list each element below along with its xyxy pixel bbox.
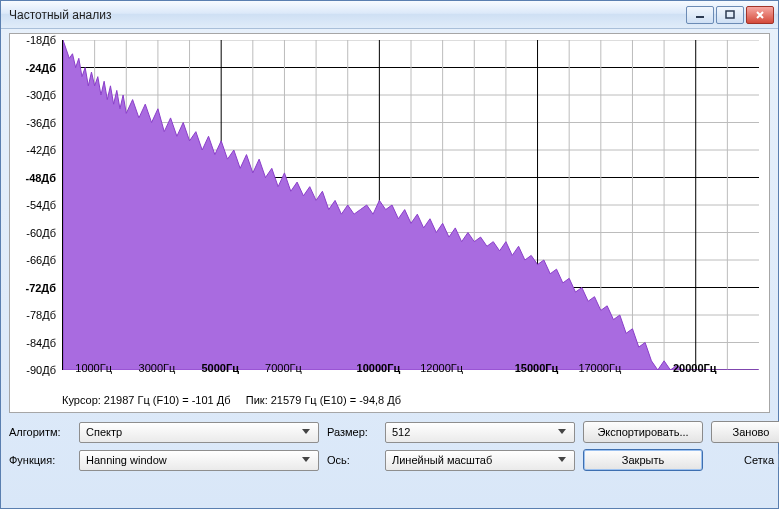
y-tick-label: -84Дб: [26, 337, 56, 349]
maximize-button[interactable]: [716, 6, 744, 24]
y-tick-label: -90Дб: [26, 364, 56, 376]
redo-label: Заново: [733, 426, 770, 438]
axis-label: Ось:: [327, 454, 377, 466]
x-tick-label: 17000Гц: [578, 362, 621, 374]
y-tick-label: -42Дб: [26, 144, 56, 156]
close-button[interactable]: [746, 6, 774, 24]
size-value: 512: [392, 426, 410, 438]
app-window: Частотный анализ -18Дб-24Дб-30Дб-36Дб-42…: [0, 0, 779, 509]
svg-rect-1: [726, 11, 734, 18]
export-button[interactable]: Экспортировать...: [583, 421, 703, 443]
y-tick-label: -36Дб: [26, 117, 56, 129]
content-area: -18Дб-24Дб-30Дб-36Дб-42Дб-48Дб-54Дб-60Дб…: [1, 29, 778, 479]
status-line: Курсор: 21987 Гц (F10) = -101 Дб Пик: 21…: [62, 394, 401, 406]
y-tick-label: -48Дб: [25, 172, 56, 184]
y-tick-label: -54Дб: [26, 199, 56, 211]
y-tick-label: -78Дб: [26, 309, 56, 321]
close-dialog-label: Закрыть: [622, 454, 664, 466]
controls-panel: Алгоритм: Спектр Размер: 512 Экспортиров…: [9, 421, 770, 471]
chevron-down-icon: [298, 424, 314, 440]
grid-label: Сетка: [744, 454, 774, 466]
x-tick-label: 12000Гц: [420, 362, 463, 374]
window-title: Частотный анализ: [9, 8, 686, 22]
chevron-down-icon: [554, 452, 570, 468]
function-value: Hanning window: [86, 454, 167, 466]
plot-area[interactable]: [62, 40, 758, 370]
x-tick-label: 20000Гц: [673, 362, 717, 374]
function-select[interactable]: Hanning window: [79, 450, 319, 471]
plot-frame: -18Дб-24Дб-30Дб-36Дб-42Дб-48Дб-54Дб-60Дб…: [9, 33, 770, 413]
size-select[interactable]: 512: [385, 422, 575, 443]
spectrum-chart: [63, 40, 759, 370]
grid-toggle[interactable]: Сетка: [711, 454, 779, 467]
x-tick-label: 7000Гц: [265, 362, 302, 374]
chevron-down-icon: [554, 424, 570, 440]
x-axis-ticks: 1000Гц3000Гц5000Гц7000Гц10000Гц12000Гц15…: [62, 362, 758, 378]
titlebar[interactable]: Частотный анализ: [1, 1, 778, 29]
y-tick-label: -60Дб: [26, 227, 56, 239]
function-label: Функция:: [9, 454, 71, 466]
minimize-button[interactable]: [686, 6, 714, 24]
algorithm-select[interactable]: Спектр: [79, 422, 319, 443]
export-label: Экспортировать...: [597, 426, 688, 438]
y-tick-label: -72Дб: [25, 282, 56, 294]
x-tick-label: 5000Гц: [201, 362, 238, 374]
size-label: Размер:: [327, 426, 377, 438]
y-axis-ticks: -18Дб-24Дб-30Дб-36Дб-42Дб-48Дб-54Дб-60Дб…: [10, 40, 60, 370]
axis-select[interactable]: Линейный масштаб: [385, 450, 575, 471]
cursor-readout: Курсор: 21987 Гц (F10) = -101 Дб: [62, 394, 230, 406]
close-dialog-button[interactable]: Закрыть: [583, 449, 703, 471]
x-tick-label: 10000Гц: [357, 362, 401, 374]
y-tick-label: -30Дб: [26, 89, 56, 101]
algorithm-label: Алгоритм:: [9, 426, 71, 438]
window-controls: [686, 6, 774, 24]
x-tick-label: 1000Гц: [75, 362, 112, 374]
algorithm-value: Спектр: [86, 426, 122, 438]
x-tick-label: 3000Гц: [139, 362, 176, 374]
y-tick-label: -24Дб: [25, 62, 56, 74]
axis-value: Линейный масштаб: [392, 454, 492, 466]
peak-readout: Пик: 21579 Гц (E10) = -94,8 Дб: [246, 394, 401, 406]
redo-button[interactable]: Заново: [711, 421, 779, 443]
y-tick-label: -66Дб: [26, 254, 56, 266]
y-tick-label: -18Дб: [26, 34, 56, 46]
x-tick-label: 15000Гц: [515, 362, 559, 374]
chevron-down-icon: [298, 452, 314, 468]
